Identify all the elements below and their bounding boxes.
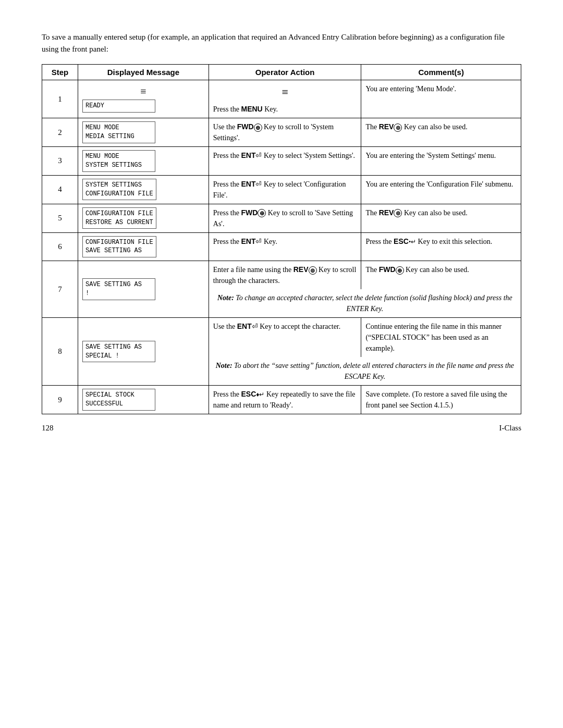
- operator-cell: Press the ENT⏎ Key.: [209, 232, 361, 261]
- table-row: 6CONFIGURATION FILESAVE SETTING ASPress …: [42, 232, 521, 261]
- display-cell: CONFIGURATION FILESAVE SETTING AS: [78, 232, 209, 261]
- step-cell: 8: [42, 318, 78, 386]
- table-row: 2MENU MODEMEDIA SETTINGUse the FWD⊕ Key …: [42, 118, 521, 147]
- header-comment: Comment(s): [361, 65, 521, 80]
- page-footer: 128 I-Class: [42, 424, 521, 433]
- display-cell: MENU MODEMEDIA SETTING: [78, 118, 209, 147]
- display-cell: SAVE SETTING AS!: [78, 261, 209, 318]
- table-row: 3MENU MODESYSTEM SETTINGSPress the ENT⏎ …: [42, 147, 521, 176]
- comment-cell: The REV⊚ Key can also be used.: [361, 204, 521, 232]
- operator-cell: Use the ENT⏎ Key to accept the character…: [209, 318, 361, 357]
- note-cell: Note: To change an accepted character, s…: [209, 289, 521, 318]
- display-cell: ≡READY: [78, 80, 209, 118]
- display-cell: SPECIAL STOCKSUCCESSFUL: [78, 386, 209, 414]
- step-cell: 6: [42, 232, 78, 261]
- operator-cell: Enter a file name using the REV⊚ Key to …: [209, 261, 361, 290]
- step-cell: 1: [42, 80, 78, 118]
- header-operator: Operator Action: [209, 65, 361, 80]
- header-step: Step: [42, 65, 78, 80]
- operator-cell: Press the FWD⊕ Key to scroll to 'Save Se…: [209, 204, 361, 232]
- step-cell: 3: [42, 147, 78, 176]
- comment-cell: The REV⊚ Key can also be used.: [361, 118, 521, 147]
- display-cell: MENU MODESYSTEM SETTINGS: [78, 147, 209, 176]
- operator-cell: Use the FWD⊕ Key to scroll to 'System Se…: [209, 118, 361, 147]
- table-row: 1≡READY≡Press the MENU Key.You are enter…: [42, 80, 521, 118]
- step-cell: 4: [42, 175, 78, 204]
- operator-cell: Press the ENT⏎ Key to select 'Configurat…: [209, 175, 361, 204]
- table-row: 8SAVE SETTING ASSPECIAL !Use the ENT⏎ Ke…: [42, 318, 521, 357]
- step-cell: 9: [42, 386, 78, 414]
- page-number: 128: [42, 424, 54, 433]
- step-cell: 7: [42, 261, 78, 318]
- header-display: Displayed Message: [78, 65, 209, 80]
- procedure-table: Step Displayed Message Operator Action C…: [42, 64, 521, 414]
- table-row: 5CONFIGURATION FILERESTORE AS CURRENTPre…: [42, 204, 521, 232]
- comment-cell: Save complete. (To restore a saved file …: [361, 386, 521, 414]
- table-row: 9SPECIAL STOCKSUCCESSFULPress the ESC♦↵ …: [42, 386, 521, 414]
- operator-cell: ≡Press the MENU Key.: [209, 80, 361, 118]
- comment-cell: The FWD⊕ Key can also be used.: [361, 261, 521, 290]
- product-name: I-Class: [499, 424, 522, 433]
- display-cell: SAVE SETTING ASSPECIAL !: [78, 318, 209, 386]
- table-row: 4SYSTEM SETTINGSCONFIGURATION FILEPress …: [42, 175, 521, 204]
- comment-cell: You are entering the 'Configuration File…: [361, 175, 521, 204]
- table-row: 7SAVE SETTING AS!Enter a file name using…: [42, 261, 521, 290]
- operator-cell: Press the ENT⏎ Key to select 'System Set…: [209, 147, 361, 176]
- display-cell: CONFIGURATION FILERESTORE AS CURRENT: [78, 204, 209, 232]
- step-cell: 2: [42, 118, 78, 147]
- comment-cell: You are entering the 'System Settings' m…: [361, 147, 521, 176]
- note-cell: Note: To abort the “save setting” functi…: [209, 357, 521, 386]
- operator-cell: Press the ESC♦↵ Key repeatedly to save t…: [209, 386, 361, 414]
- intro-paragraph: To save a manually entered setup (for ex…: [42, 31, 521, 55]
- comment-cell: Continue entering the file name in this …: [361, 318, 521, 357]
- display-cell: SYSTEM SETTINGSCONFIGURATION FILE: [78, 175, 209, 204]
- step-cell: 5: [42, 204, 78, 232]
- comment-cell: You are entering 'Menu Mode'.: [361, 80, 521, 118]
- comment-cell: Press the ESC•↵ Key to exit this selecti…: [361, 232, 521, 261]
